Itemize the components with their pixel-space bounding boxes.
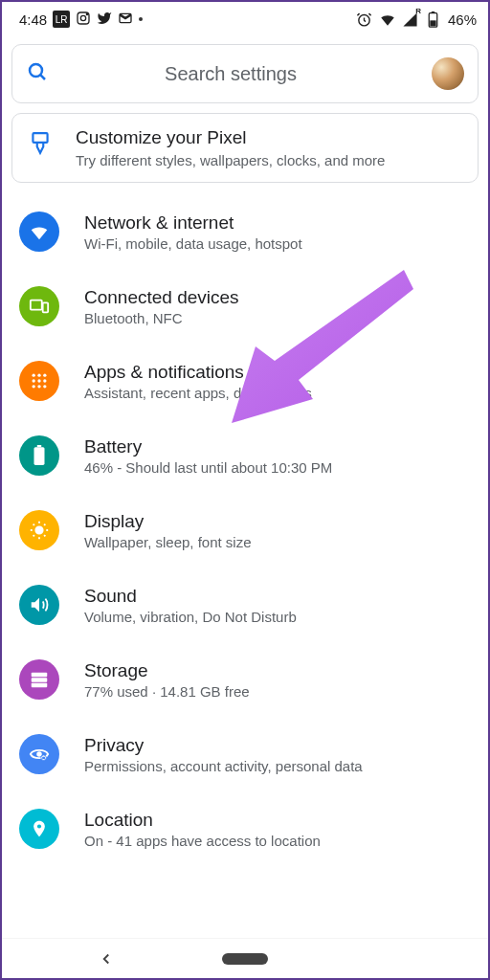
item-title: Apps & notifications (84, 362, 312, 383)
customize-title: Customize your Pixel (76, 127, 385, 148)
navigation-bar (2, 938, 488, 978)
item-title: Battery (84, 436, 332, 457)
status-right: R 46% (356, 11, 477, 28)
settings-item-apps[interactable]: Apps & notificationsAssistant, recent ap… (2, 344, 488, 418)
svg-point-31 (37, 824, 41, 828)
svg-point-13 (33, 374, 35, 377)
svg-rect-11 (31, 301, 42, 310)
svg-rect-10 (33, 133, 47, 143)
svg-rect-25 (32, 673, 48, 678)
item-title: Display (84, 511, 252, 532)
customize-pixel-card[interactable]: Customize your Pixel Try different style… (11, 113, 479, 183)
status-battery-pct: 46% (448, 11, 477, 28)
svg-point-24 (35, 526, 42, 533)
signal-icon: R (402, 11, 419, 28)
devices-icon (19, 286, 59, 326)
svg-rect-30 (42, 757, 45, 759)
alarm-icon (356, 11, 373, 28)
svg-rect-6 (432, 11, 434, 13)
settings-item-display[interactable]: DisplayWallpaper, sleep, font size (2, 493, 488, 568)
svg-point-16 (33, 379, 35, 382)
item-title: Location (84, 810, 321, 831)
search-settings[interactable]: Search settings (11, 44, 479, 103)
svg-rect-12 (43, 302, 48, 312)
settings-item-wifi[interactable]: Network & internetWi-Fi, mobile, data us… (2, 194, 488, 269)
item-subtitle: Wi-Fi, mobile, data usage, hotspot (84, 235, 302, 252)
twitter-icon (97, 11, 112, 29)
profile-avatar[interactable] (432, 57, 464, 90)
wifi-status-icon (379, 11, 396, 28)
svg-point-18 (43, 379, 46, 382)
location-icon (19, 809, 59, 849)
status-bar: 4:48 LR R 46% (2, 2, 488, 33)
battery-icon (19, 435, 59, 476)
customize-sub: Try different styles, wallpapers, clocks… (76, 152, 385, 168)
item-title: Network & internet (84, 212, 302, 234)
svg-point-20 (37, 385, 40, 388)
settings-list: Network & internetWi-Fi, mobile, data us… (2, 194, 488, 866)
item-subtitle: 77% used · 14.81 GB free (84, 683, 250, 700)
storage-icon (19, 659, 59, 700)
svg-point-17 (37, 379, 40, 382)
privacy-icon (19, 734, 59, 774)
svg-point-1 (81, 15, 86, 20)
svg-point-19 (33, 385, 35, 388)
settings-item-privacy[interactable]: PrivacyPermissions, account activity, pe… (2, 717, 488, 791)
svg-point-14 (37, 374, 40, 377)
status-left: 4:48 LR (19, 11, 143, 29)
display-icon (19, 510, 59, 550)
settings-item-storage[interactable]: Storage77% used · 14.81 GB free (2, 642, 488, 717)
item-title: Privacy (84, 735, 363, 756)
styles-icon (28, 131, 53, 160)
item-subtitle: Wallpaper, sleep, font size (84, 534, 252, 550)
sound-icon (19, 585, 59, 625)
item-title: Sound (84, 586, 297, 607)
settings-item-sound[interactable]: SoundVolume, vibration, Do Not Disturb (2, 568, 488, 642)
search-placeholder: Search settings (39, 63, 422, 85)
svg-point-21 (43, 385, 46, 388)
svg-rect-27 (32, 683, 48, 688)
svg-rect-7 (431, 20, 436, 26)
mail-icon (118, 11, 133, 29)
wifi-icon (19, 212, 59, 252)
item-subtitle: On - 41 apps have access to location (84, 833, 321, 849)
settings-item-location[interactable]: LocationOn - 41 apps have access to loca… (2, 791, 488, 866)
instagram-icon (76, 11, 91, 29)
item-title: Storage (84, 660, 250, 681)
svg-rect-22 (34, 447, 45, 465)
more-notifications-dot (139, 17, 143, 21)
item-subtitle: 46% - Should last until about 10:30 PM (84, 459, 332, 476)
item-title: Connected devices (84, 287, 239, 308)
item-subtitle: Volume, vibration, Do Not Disturb (84, 609, 297, 625)
nav-home-pill[interactable] (222, 953, 268, 965)
status-time: 4:48 (19, 11, 47, 28)
settings-item-battery[interactable]: Battery46% - Should last until about 10:… (2, 418, 488, 493)
bottom-fade (2, 919, 488, 938)
svg-rect-23 (37, 445, 41, 447)
apps-icon (19, 361, 59, 401)
battery-icon (425, 11, 442, 28)
app-icon-lr: LR (53, 11, 70, 28)
svg-rect-26 (32, 678, 48, 682)
svg-point-2 (87, 13, 88, 14)
settings-item-devices[interactable]: Connected devicesBluetooth, NFC (2, 269, 488, 344)
item-subtitle: Bluetooth, NFC (84, 310, 239, 326)
svg-point-15 (43, 374, 46, 377)
nav-back-button[interactable] (98, 950, 115, 971)
item-subtitle: Assistant, recent apps, default apps (84, 385, 312, 401)
item-subtitle: Permissions, account activity, personal … (84, 758, 363, 774)
